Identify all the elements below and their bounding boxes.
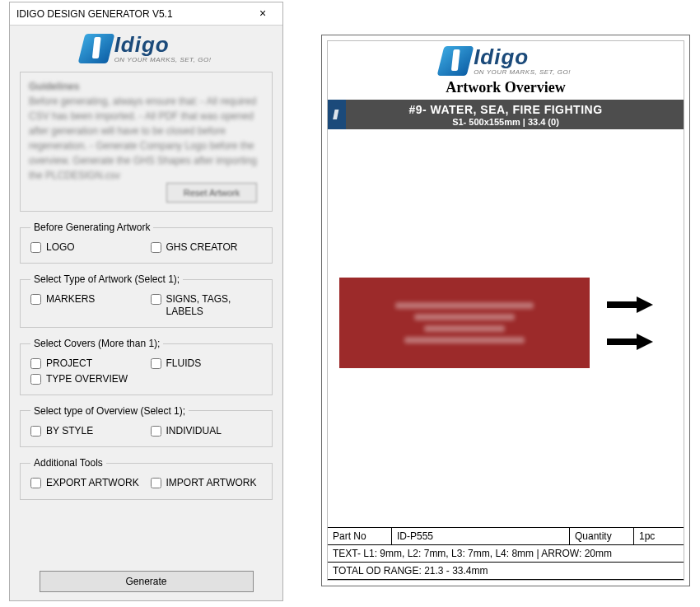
guidelines-text: Guidelines Before generating, always ens… [29, 79, 264, 183]
checkbox-typeov-input[interactable] [30, 374, 41, 385]
legend-tools: Additional Tools [30, 457, 106, 469]
checkbox-signs-tags-labels[interactable]: SIGNS, TAGS, LABELS [151, 293, 264, 317]
marker-text-line [404, 337, 525, 343]
checkbox-ghs-creator[interactable]: GHS CREATOR [151, 241, 264, 253]
guidelines-group: Guidelines Before generating, always ens… [20, 72, 273, 212]
doc-logo: Idigo ON YOUR MARKS, SET, GO! [328, 46, 684, 76]
window-title: IDIGO DESIGN GENERATOR V5.1 [16, 8, 246, 20]
marker-text-line [414, 314, 515, 320]
checkbox-ghs-input[interactable] [151, 242, 161, 253]
checkbox-by-style[interactable]: BY STYLE [30, 425, 144, 437]
page-title: Artwork Overview [328, 79, 684, 96]
marker-arrows [590, 278, 672, 368]
banner-mark-icon [328, 100, 346, 129]
marker-label-area [339, 278, 590, 368]
checkbox-fluids-input[interactable] [151, 358, 161, 369]
dialog-body: Idigo ON YOUR MARKS, SET, GO! Guidelines… [10, 26, 282, 600]
checkbox-logo-input[interactable] [30, 242, 41, 253]
legend-covers: Select Covers (More than 1); [30, 338, 163, 349]
design-generator-dialog: IDIGO DESIGN GENERATOR V5.1 × Idigo ON Y… [9, 2, 283, 601]
checkbox-individual[interactable]: INDIVIDUAL [151, 425, 264, 437]
group-additional-tools: Additional Tools EXPORT ARTWORK IMPORT A… [20, 457, 273, 499]
pipe-marker-preview [339, 278, 672, 368]
partno-label: Part No [328, 528, 392, 545]
quantity-label: Quantity [570, 528, 634, 545]
checkbox-individual-input[interactable] [151, 426, 161, 437]
quantity-value: 1pc [634, 528, 684, 545]
checkbox-type-overview[interactable]: TYPE OVERVIEW [30, 373, 144, 385]
group-before-generating: Before Generating Artwork LOGO GHS CREAT… [20, 222, 273, 264]
titlebar: IDIGO DESIGN GENERATOR V5.1 × [10, 2, 282, 26]
checkbox-fluids[interactable]: FLUIDS [151, 357, 264, 369]
doc-logo-mark-icon [437, 46, 474, 76]
logo-brand: Idigo [114, 34, 212, 55]
text-sizes-line: TEXT- L1: 9mm, L2: 7mm, L3: 7mm, L4: 8mm… [328, 545, 684, 563]
idigo-logo: Idigo ON YOUR MARKS, SET, GO! [20, 34, 273, 63]
group-overview-type: Select type of Overview (Select 1); BY S… [20, 405, 273, 447]
category-banner: #9- WATER, SEA, FIRE FIGHTING S1- 500x15… [328, 100, 684, 129]
checkbox-markers[interactable]: MARKERS [30, 293, 144, 317]
checkbox-bystyle-input[interactable] [30, 426, 41, 437]
artwork-overview-document: Idigo ON YOUR MARKS, SET, GO! Artwork Ov… [321, 35, 690, 586]
group-artwork-type: Select Type of Artwork (Select 1); MARKE… [20, 273, 273, 328]
checkbox-export-input[interactable] [30, 478, 41, 488]
checkbox-export-artwork[interactable]: EXPORT ARTWORK [30, 477, 144, 488]
reset-artwork-button[interactable]: Reset Artwork [166, 183, 257, 203]
logo-mark-icon [77, 34, 114, 63]
marker-text-line [424, 325, 504, 332]
checkbox-import-artwork[interactable]: IMPORT ARTWORK [151, 477, 264, 488]
artwork-canvas [328, 129, 684, 527]
od-range-line: TOTAL OD RANGE: 21.3 - 33.4mm [328, 563, 684, 580]
doc-logo-brand: Idigo [474, 46, 571, 68]
legend-before: Before Generating Artwork [30, 222, 153, 233]
legend-overview: Select type of Overview (Select 1); [30, 405, 189, 417]
checkbox-project[interactable]: PROJECT [30, 357, 144, 369]
checkbox-logo[interactable]: LOGO [30, 241, 144, 253]
doc-logo-tagline: ON YOUR MARKS, SET, GO! [474, 69, 571, 76]
arrow-right-icon [607, 336, 655, 348]
generate-button[interactable]: Generate [40, 571, 254, 592]
partno-value: ID-P555 [392, 528, 570, 545]
marker-text-line [395, 302, 533, 309]
group-covers: Select Covers (More than 1); PROJECT FLU… [20, 338, 273, 395]
arrow-right-icon [607, 299, 655, 311]
checkbox-import-input[interactable] [151, 478, 161, 488]
spec-table: Part No ID-P555 Quantity 1pc TEXT- L1: 9… [328, 527, 684, 580]
checkbox-signs-input[interactable] [151, 294, 161, 305]
close-icon[interactable]: × [246, 5, 279, 23]
checkbox-project-input[interactable] [30, 358, 41, 369]
logo-tagline: ON YOUR MARKS, SET, GO! [114, 57, 212, 63]
banner-subtitle: S1- 500x155mm | 33.4 (0) [328, 117, 684, 127]
legend-type: Select Type of Artwork (Select 1); [30, 273, 183, 285]
document-page: Idigo ON YOUR MARKS, SET, GO! Artwork Ov… [327, 40, 684, 581]
checkbox-markers-input[interactable] [30, 294, 41, 305]
banner-title: #9- WATER, SEA, FIRE FIGHTING [328, 103, 684, 116]
